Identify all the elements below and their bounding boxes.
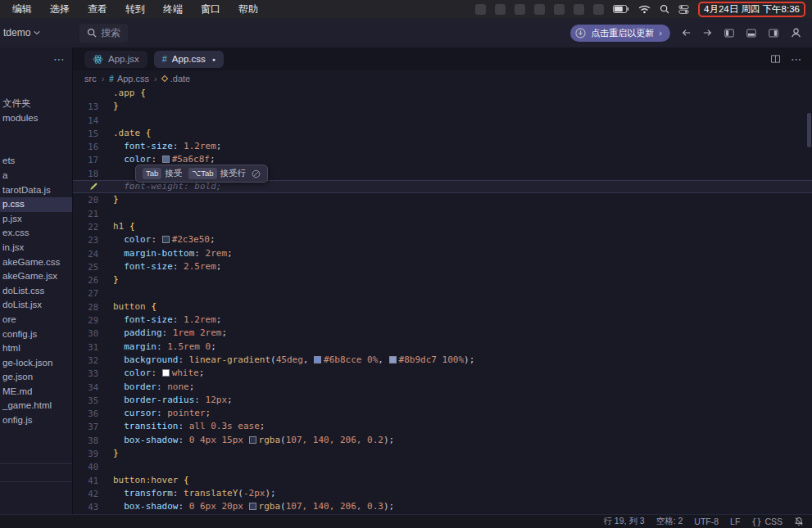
code-line-41[interactable]: 41button:hover { xyxy=(73,474,812,487)
color-swatch[interactable] xyxy=(249,436,256,444)
code-line-29[interactable]: 29 font-size: 1.2rem; xyxy=(73,314,812,327)
menu-item-edit[interactable]: 编辑 xyxy=(3,0,41,18)
code-line-35[interactable]: 35 border-radius: 12px; xyxy=(73,394,812,407)
workspace-selector[interactable]: tdemo xyxy=(3,27,40,38)
code-line-34[interactable]: 34 border: none; xyxy=(73,381,812,394)
statusbar-language[interactable]: {}CSS xyxy=(751,517,783,526)
code-line-24[interactable]: 24 margin-bottom: 2rem; xyxy=(73,247,812,260)
code-line-30[interactable]: 30 padding: 1rem 2rem; xyxy=(73,327,812,340)
breadcrumb-item-date[interactable]: .date xyxy=(162,74,190,83)
tab-app-css[interactable]: #App.css● xyxy=(154,51,224,68)
file-item-me-md[interactable]: ME.md xyxy=(0,385,72,399)
file-item-a[interactable]: a xyxy=(0,169,72,183)
toggle-panel-icon[interactable] xyxy=(746,28,757,38)
color-swatch[interactable] xyxy=(162,369,170,377)
file-item-game-html[interactable]: _game.html xyxy=(0,399,72,413)
code-line-42[interactable]: 42 transform: translateY(-2px); xyxy=(73,487,812,500)
code-line-13[interactable]: 13} xyxy=(73,100,812,113)
file-item-p-jsx[interactable]: p.jsx xyxy=(0,212,72,227)
file-item-ge-lock-json[interactable]: ge-lock.json xyxy=(0,356,72,371)
menu-item-window[interactable]: 窗口 xyxy=(192,0,229,18)
menubar-app-icon[interactable] xyxy=(593,4,604,15)
color-swatch[interactable] xyxy=(162,156,170,163)
menu-item-terminal[interactable]: 终端 xyxy=(154,0,192,18)
color-swatch[interactable] xyxy=(389,356,397,363)
menubar-app-icon[interactable] xyxy=(475,4,486,15)
color-swatch[interactable] xyxy=(314,356,321,363)
file-item-dolist-css[interactable]: doList.css xyxy=(0,284,72,299)
titlebar-search[interactable]: 搜索 xyxy=(79,24,128,43)
code-line-32[interactable]: 32 background: linear-gradient(45deg, #6… xyxy=(73,354,812,367)
sidebar-more-button[interactable]: ⋯ xyxy=(53,52,66,65)
editor-more-button[interactable]: ⋯ xyxy=(791,53,802,65)
code-line-14[interactable]: 14 xyxy=(73,114,812,127)
file-item-html[interactable]: html xyxy=(0,341,72,356)
back-arrow-icon[interactable] xyxy=(681,28,692,38)
file-item-akegame-css[interactable]: akeGame.css xyxy=(0,255,72,270)
file-item-blank[interactable]: 文件夹 xyxy=(0,97,72,111)
account-icon[interactable] xyxy=(790,27,802,38)
code-line-27[interactable]: 27 xyxy=(73,287,812,300)
tab-app-jsx[interactable]: App.jsx xyxy=(84,51,147,68)
file-item-ore[interactable]: ore xyxy=(0,313,72,327)
menubar-app-icon[interactable] xyxy=(534,4,545,15)
file-item-p-css[interactable]: p.css xyxy=(0,197,72,212)
wifi-icon[interactable] xyxy=(638,5,651,14)
menu-item-view[interactable]: 查看 xyxy=(79,0,116,18)
file-item-ex-css[interactable]: ex.css xyxy=(0,226,72,241)
code-line-23[interactable]: 23 color: #2c3e50; xyxy=(73,233,812,246)
hide-suggestion-icon[interactable] xyxy=(252,169,261,178)
statusbar-eol[interactable]: LF xyxy=(730,517,740,526)
file-item-dolist-jsx[interactable]: doList.jsx xyxy=(0,298,72,313)
code-line-15[interactable]: 15.date { xyxy=(73,127,812,140)
color-swatch[interactable] xyxy=(249,503,256,510)
code-line-top[interactable]: .app { xyxy=(73,87,812,100)
code-line-21[interactable]: 21 xyxy=(73,207,812,220)
file-item-tarotdata-js[interactable]: tarotData.js xyxy=(0,183,72,198)
code-line-36[interactable]: 36 cursor: pointer; xyxy=(73,407,812,420)
code-line-43[interactable]: 43 box-shadow: 0 6px 20px rgba(107, 140,… xyxy=(73,500,812,513)
menu-item-go[interactable]: 转到 xyxy=(116,0,154,18)
menubar-app-icon[interactable] xyxy=(515,4,525,15)
battery-icon[interactable] xyxy=(613,5,629,13)
forward-arrow-icon[interactable] xyxy=(702,28,713,38)
code-line-40[interactable]: 40 xyxy=(73,460,812,473)
sidebar-section-divider[interactable] xyxy=(0,481,72,482)
sidebar-section-divider[interactable] xyxy=(0,463,72,464)
code-line-16[interactable]: 16 font-size: 1.2rem; xyxy=(73,140,812,153)
menubar-app-icon[interactable] xyxy=(495,4,506,15)
menu-item-help[interactable]: 帮助 xyxy=(229,0,267,18)
breadcrumb-item-src[interactable]: src xyxy=(84,74,97,83)
search-icon[interactable] xyxy=(660,4,669,14)
code-line-38[interactable]: 38 box-shadow: 0 4px 15px rgba(107, 140,… xyxy=(73,434,812,447)
statusbar-notifications[interactable] xyxy=(794,517,804,526)
control-center-icon[interactable] xyxy=(678,4,689,15)
code-line-22[interactable]: 22h1 { xyxy=(73,220,812,233)
code-line-25[interactable]: 25 font-size: 2.5rem; xyxy=(73,260,812,273)
breadcrumb-item-app-css[interactable]: #App.css xyxy=(109,74,149,83)
toggle-sidebar-icon[interactable] xyxy=(724,28,735,38)
code-line-37[interactable]: 37 transition: all 0.3s ease; xyxy=(73,420,812,433)
menubar-clock[interactable]: 4月24日 周四 下午8:36 xyxy=(698,2,805,17)
code-editor[interactable]: .app {13}1415.date {16 font-size: 1.2rem… xyxy=(73,87,812,514)
file-item-ets[interactable]: ets xyxy=(0,154,72,169)
file-item-modules[interactable]: modules xyxy=(0,111,72,126)
menubar-app-icon[interactable] xyxy=(574,4,584,15)
file-item-blank[interactable] xyxy=(0,140,72,155)
menubar-app-icon[interactable] xyxy=(554,4,565,15)
menu-item-selection[interactable]: 选择 xyxy=(41,0,79,18)
statusbar-indentation[interactable]: 空格: 2 xyxy=(656,516,683,527)
split-editor-icon[interactable] xyxy=(770,54,781,64)
scrollbar-thumb[interactable] xyxy=(807,113,811,147)
statusbar-encoding[interactable]: UTF-8 xyxy=(694,517,719,526)
statusbar-cursor-position[interactable]: 行 19, 列 3 xyxy=(603,516,644,527)
color-swatch[interactable] xyxy=(162,236,170,243)
code-line-28[interactable]: 28button { xyxy=(73,300,812,314)
code-line-26[interactable]: 26} xyxy=(73,273,812,287)
restart-update-button[interactable]: 点击重启以更新 › xyxy=(570,25,670,42)
toggle-secondary-sidebar-icon[interactable] xyxy=(768,28,779,38)
file-item-onfig-js[interactable]: onfig.js xyxy=(0,413,72,428)
file-item-blank[interactable] xyxy=(0,125,72,140)
code-line-20[interactable]: 20} xyxy=(73,193,812,206)
file-item-in-jsx[interactable]: in.jsx xyxy=(0,241,72,255)
